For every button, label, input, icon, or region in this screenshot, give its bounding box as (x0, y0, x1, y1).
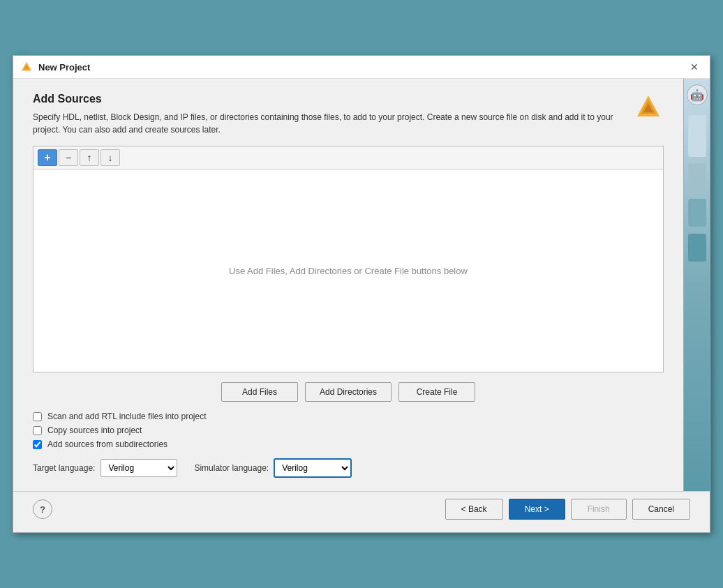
target-language-group: Target language: Verilog VHDL Mixed (33, 459, 177, 477)
simulator-language-label: Simulator language: (194, 463, 269, 473)
sidebar-icon: 🤖 (687, 84, 708, 105)
vivado-logo-small (20, 61, 33, 73)
add-directories-button[interactable]: Add Directories (305, 382, 392, 402)
dialog-content: Add Sources Specify HDL, netlist, Block … (13, 79, 710, 491)
help-button[interactable]: ? (33, 499, 52, 519)
file-list-area: Use Add Files, Add Directories or Create… (33, 169, 663, 372)
copy-sources-row: Copy sources into project (33, 425, 664, 435)
copy-sources-checkbox[interactable] (33, 426, 42, 435)
window-title: New Project (38, 62, 90, 73)
back-button[interactable]: < Back (445, 499, 503, 520)
add-subdirs-checkbox[interactable] (33, 440, 42, 449)
scan-rtl-row: Scan and add RTL include files into proj… (33, 412, 664, 421)
file-list-empty-message: Use Add Files, Add Directories or Create… (229, 266, 468, 276)
add-files-button[interactable]: Add Files (221, 382, 298, 402)
move-up-button[interactable]: ↑ (80, 149, 99, 166)
file-toolbar: + − ↑ ↓ (33, 146, 663, 169)
scan-rtl-label: Scan and add RTL include files into proj… (47, 412, 206, 421)
sidebar-bar-3 (688, 199, 706, 227)
simulator-language-select[interactable]: Verilog VHDL Mixed (274, 459, 351, 477)
cancel-button[interactable]: Cancel (632, 499, 690, 520)
section-description: Specify HDL, netlist, Block Design, and … (33, 111, 633, 136)
remove-button[interactable]: − (59, 149, 78, 166)
sidebar-stripe: 🤖 (683, 79, 710, 491)
move-down-button[interactable]: ↓ (100, 149, 120, 166)
new-project-dialog: New Project ✕ Add Sources Specify HDL, n… (13, 55, 710, 533)
scan-rtl-checkbox[interactable] (33, 412, 42, 421)
main-panel: Add Sources Specify HDL, netlist, Block … (13, 79, 683, 491)
sidebar-bar-2 (688, 164, 706, 192)
add-button[interactable]: + (38, 149, 57, 166)
simulator-language-group: Simulator language: Verilog VHDL Mixed (194, 459, 351, 477)
file-list-container: + − ↑ ↓ Use Add Files, Add Directories o… (33, 146, 664, 372)
action-buttons: Add Files Add Directories Create File (33, 382, 664, 402)
language-section: Target language: Verilog VHDL Mixed Simu… (33, 459, 664, 477)
title-bar: New Project ✕ (13, 56, 710, 79)
target-language-label: Target language: (33, 463, 95, 473)
close-button[interactable]: ✕ (686, 60, 703, 74)
add-subdirs-row: Add sources from subdirectories (33, 439, 664, 449)
create-file-button[interactable]: Create File (398, 382, 475, 402)
sidebar-bar-1 (688, 115, 706, 157)
sidebar-bar-4 (688, 234, 706, 262)
copy-sources-label: Copy sources into project (47, 425, 142, 435)
add-subdirs-label: Add sources from subdirectories (47, 439, 167, 449)
finish-button: Finish (571, 499, 627, 520)
checkboxes-section: Scan and add RTL include files into proj… (33, 412, 664, 449)
section-title: Add Sources (33, 93, 633, 105)
header-section: Add Sources Specify HDL, netlist, Block … (33, 93, 664, 136)
dialog-footer: ? < Back Next > Finish Cancel (13, 491, 710, 532)
next-button[interactable]: Next > (509, 499, 565, 520)
target-language-select[interactable]: Verilog VHDL Mixed (100, 459, 177, 477)
vivado-logo (633, 93, 664, 123)
